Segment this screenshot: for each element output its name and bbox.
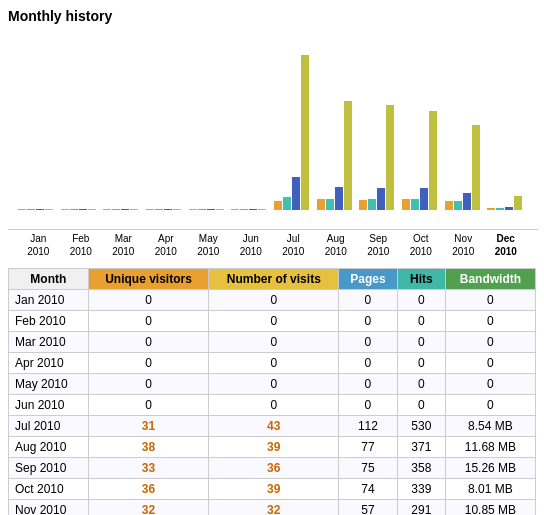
bar-pages	[164, 209, 172, 210]
cell-bandwidth: 10.85 MB	[445, 500, 535, 516]
bar-hits	[472, 125, 480, 210]
cell-visits: 36	[209, 458, 339, 479]
x-label-jan: Jan2010	[18, 232, 59, 258]
bar-unique	[231, 209, 239, 210]
cell-pages: 0	[339, 311, 398, 332]
cell-visits: 0	[209, 332, 339, 353]
bar-visits	[283, 197, 291, 210]
cell-unique: 38	[88, 437, 209, 458]
cell-hits: 0	[397, 290, 445, 311]
bar-group-aug	[317, 101, 358, 210]
cell-hits: 530	[397, 416, 445, 437]
cell-month: May 2010	[9, 374, 89, 395]
cell-unique: 31	[88, 416, 209, 437]
x-label-aug: Aug2010	[316, 232, 357, 258]
cell-bandwidth: 0	[445, 353, 535, 374]
bar-hits	[258, 209, 266, 210]
table-row: Apr 201000000	[9, 353, 536, 374]
bar-pages	[121, 209, 129, 210]
bar-unique	[103, 209, 111, 210]
col-header-visits: Number of visits	[209, 269, 339, 290]
cell-hits: 291	[397, 500, 445, 516]
cell-pages: 77	[339, 437, 398, 458]
cell-pages: 0	[339, 374, 398, 395]
bar-visits	[240, 209, 248, 210]
cell-hits: 0	[397, 311, 445, 332]
cell-bandwidth: 8.01 MB	[445, 479, 535, 500]
bar-visits	[112, 209, 120, 210]
bar-visits	[454, 201, 462, 210]
table-row: Sep 201033367535815.26 MB	[9, 458, 536, 479]
cell-pages: 0	[339, 290, 398, 311]
cell-month: Feb 2010	[9, 311, 89, 332]
bar-hits	[216, 209, 224, 210]
cell-month: Aug 2010	[9, 437, 89, 458]
cell-hits: 0	[397, 353, 445, 374]
table-row: May 201000000	[9, 374, 536, 395]
x-label-dec: Dec2010	[486, 232, 527, 258]
x-label-may: May2010	[188, 232, 229, 258]
bar-pages	[335, 187, 343, 210]
bar-pages	[505, 207, 513, 210]
bar-unique	[61, 209, 69, 210]
cell-unique: 33	[88, 458, 209, 479]
table-row: Jun 201000000	[9, 395, 536, 416]
bar-hits	[386, 105, 394, 210]
table-row: Nov 201032325729110.85 MB	[9, 500, 536, 516]
cell-unique: 0	[88, 395, 209, 416]
cell-bandwidth: 15.26 MB	[445, 458, 535, 479]
cell-bandwidth: 0	[445, 332, 535, 353]
x-label-jul: Jul2010	[273, 232, 314, 258]
cell-pages: 74	[339, 479, 398, 500]
bar-visits	[155, 209, 163, 210]
bar-unique	[487, 208, 495, 210]
data-table-wrap: Month Unique visitors Number of visits P…	[8, 268, 536, 515]
cell-pages: 0	[339, 332, 398, 353]
cell-pages: 112	[339, 416, 398, 437]
bar-hits	[45, 209, 53, 210]
col-header-unique: Unique visitors	[88, 269, 209, 290]
bar-hits	[130, 209, 138, 210]
cell-unique: 0	[88, 374, 209, 395]
bar-group-nov	[445, 125, 486, 210]
cell-hits: 0	[397, 374, 445, 395]
bar-visits	[326, 199, 334, 210]
cell-visits: 43	[209, 416, 339, 437]
cell-bandwidth: 8.54 MB	[445, 416, 535, 437]
bar-hits	[301, 55, 309, 210]
bar-unique	[317, 199, 325, 210]
cell-unique: 32	[88, 500, 209, 516]
cell-visits: 32	[209, 500, 339, 516]
bar-group-oct	[402, 111, 443, 210]
cell-unique: 0	[88, 290, 209, 311]
bar-unique	[189, 209, 197, 210]
bar-visits	[198, 209, 206, 210]
x-axis-labels: Jan2010Feb2010Mar2010Apr2010May2010Jun20…	[8, 232, 536, 258]
cell-visits: 0	[209, 290, 339, 311]
cell-unique: 0	[88, 332, 209, 353]
cell-hits: 339	[397, 479, 445, 500]
bar-pages	[79, 209, 87, 210]
table-row: Aug 201038397737111.68 MB	[9, 437, 536, 458]
bar-group-sep	[359, 105, 400, 210]
x-label-oct: Oct2010	[401, 232, 442, 258]
bar-group-feb	[61, 209, 102, 210]
cell-month: Sep 2010	[9, 458, 89, 479]
chart-bars	[8, 30, 538, 210]
bar-unique	[146, 209, 154, 210]
cell-visits: 39	[209, 437, 339, 458]
cell-visits: 0	[209, 311, 339, 332]
cell-visits: 0	[209, 395, 339, 416]
bar-pages	[292, 177, 300, 210]
bar-hits	[344, 101, 352, 210]
x-label-apr: Apr2010	[146, 232, 187, 258]
cell-hits: 0	[397, 395, 445, 416]
page-title: Monthly history	[8, 8, 536, 24]
bar-visits	[496, 208, 504, 210]
bar-hits	[88, 209, 96, 210]
bar-hits	[514, 196, 522, 210]
cell-unique: 0	[88, 311, 209, 332]
cell-visits: 39	[209, 479, 339, 500]
cell-pages: 0	[339, 395, 398, 416]
cell-month: Jun 2010	[9, 395, 89, 416]
